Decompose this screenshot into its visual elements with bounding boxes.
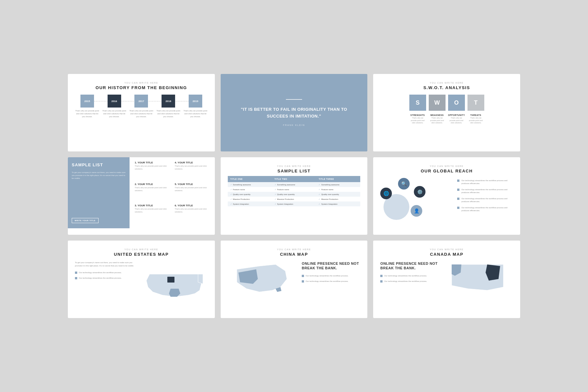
user-icon: 👤 (414, 208, 419, 213)
swot-box-w: W (429, 95, 446, 111)
table-cell: ✓Feature name (272, 187, 316, 192)
china-bullet-2: Our technology streamlines the workflow … (302, 280, 360, 283)
table-cell: ✓Feature name (228, 187, 272, 192)
canada-bullet-icon-2 (380, 280, 383, 283)
table-cell: ✓System Integration (228, 201, 272, 206)
swot-boxes: S W O T (380, 95, 513, 111)
list-item-2: 2. YOUR TITLE That's why we provide poin… (135, 183, 170, 201)
us-bullet-icon-1 (75, 272, 77, 274)
table-row: ✓Something awesome✓Something awesome✓Som… (228, 182, 361, 187)
icon-circle-gear: ⚙️ (414, 186, 425, 198)
timeline-text-3: That's why we provide point and click so… (156, 109, 181, 118)
slide-china-map: YOU CAN WRITE HERE CHINA MAP ONLINE PRES… (221, 241, 368, 318)
china-map-title: CHINA MAP (228, 252, 361, 257)
table-row: ✓Feature name✓Feature name✓Feature name (228, 187, 361, 192)
canada-map-content: ONLINE PRESENCE NEED NOT BREAK THE BANK.… (380, 261, 513, 303)
timeline-item-2: 2017 That's why we provide point and cli… (129, 95, 153, 118)
reach-text-3: Our technology streamlines the workflow … (461, 197, 513, 203)
slide-quote: "IT IS BETTER TO FAIL IN ORIGINALITY THA… (221, 74, 368, 151)
reach-bullet-3 (457, 198, 459, 200)
us-map-svg (143, 261, 208, 303)
table-cell: ✓Quality over quantity (228, 192, 272, 197)
canada-map-svg (448, 261, 507, 303)
table-cell: ✓Quality over quantity (316, 192, 360, 197)
slide-global-reach: YOU CAN WRITE HERE OUR GLOBAL REACH 🌐 🔍 … (373, 157, 520, 235)
timeline-box-0: 2015 (80, 95, 94, 108)
icon-cluster: 🌐 🔍 ⚙️ 👤 (380, 178, 425, 220)
list-item-1: 1. YOUR TITLE That's why we provide poin… (135, 161, 170, 179)
table-cell: ✓Feature name (316, 187, 360, 192)
table-cell: ✓Massive Production (272, 197, 316, 201)
us-bullet-2: Our technology streamlines the workflow … (75, 277, 139, 280)
table-cell: ✓Something awesome (316, 182, 360, 187)
swot-title: S.W.O.T. ANALYSIS (380, 85, 513, 90)
list-item-6: 6. YOUR TITLE That's why we provide poin… (175, 204, 210, 222)
table-cell: ✓Something awesome (228, 182, 272, 187)
us-map-title: UNITED ESTATES MAP (75, 252, 208, 257)
quote-line (286, 99, 302, 100)
search-icon: 🔍 (401, 181, 407, 186)
china-bullet-1: Our technology streamlines the workflow … (302, 274, 360, 277)
sidebar-title: SAMPLE LIST (72, 162, 126, 168)
canada-map-label: YOU CAN WRITE HERE (380, 248, 513, 251)
col-header-1: TITLE ONE (228, 176, 272, 182)
slide-canada-map: YOU CAN WRITE HERE CANADA MAP ONLINE PRE… (373, 241, 520, 318)
timeline-item-1: 2016 That's why we provide point and cli… (102, 95, 127, 118)
us-bullet-text-2: Our technology streamlines the workflow … (79, 277, 121, 280)
sidebar-button[interactable]: WRITE YOUR TITLE (72, 218, 99, 223)
china-map-left: ONLINE PRESENCE NEED NOT BREAK THE BANK.… (302, 261, 360, 285)
globe-icon: 🌐 (383, 191, 389, 196)
list-item-3: 3. YOUR TITLE That's why we provide poin… (135, 204, 170, 222)
slide-history-title: OUR HISTORY FROM THE BEGINNING (75, 85, 208, 90)
timeline-text-1: That's why we provide point and click so… (102, 109, 127, 118)
timeline-item-3: 2018 That's why we provide point and cli… (156, 95, 181, 118)
swot-box-t: T (467, 95, 484, 111)
reach-title: OUR GLOBAL REACH (380, 169, 513, 173)
slide-sample-list-left: SAMPLE LIST To get your company's name o… (68, 157, 215, 235)
table-header-row: TITLE ONE TITLE TWO TITLE THREE (228, 176, 361, 182)
reach-item-2: Our technology streamlines the workflow … (457, 188, 513, 194)
us-bullet-icon-2 (75, 277, 77, 279)
gear-icon: ⚙️ (417, 189, 423, 194)
us-map-content: To get your company's name out there, yo… (75, 261, 208, 303)
slide-history: YOU CAN WRITE HERE OUR HISTORY FROM THE … (68, 74, 215, 151)
reach-item-3: Our technology streamlines the workflow … (457, 197, 513, 203)
sample-table: TITLE ONE TITLE TWO TITLE THREE ✓Somethi… (228, 176, 361, 206)
table-cell: ✓Massive Production (228, 197, 272, 201)
china-map-svg (234, 261, 292, 300)
quote-author: FRANK KLEIN (283, 124, 305, 126)
canada-bullet-text-2: Our technology streamlines the workflow … (384, 280, 427, 283)
swot-col-s: STRENGHTS That's why we provide point an… (409, 114, 426, 124)
us-map-label: YOU CAN WRITE HERE (75, 248, 208, 251)
reach-label: YOU CAN WRITE HERE (380, 165, 513, 167)
us-map-left: To get your company's name out there, yo… (75, 261, 139, 282)
us-map-visual (143, 261, 208, 303)
table-row: ✓System Integration✓System Integration✓S… (228, 201, 361, 206)
reach-bullet-2 (457, 189, 459, 191)
canada-bullet-1: Our technology streamlines the workflow … (380, 274, 438, 277)
reach-content: 🌐 🔍 ⚙️ 👤 Our technology streaml (380, 178, 513, 220)
timeline-box-2: 2017 (134, 95, 148, 108)
china-map-content: ONLINE PRESENCE NEED NOT BREAK THE BANK.… (228, 261, 361, 300)
sidebar-content: SAMPLE LIST To get your company's name o… (72, 162, 126, 183)
swot-label: YOU CAN WRITE HERE (380, 82, 513, 84)
china-presence-title: ONLINE PRESENCE NEED NOT BREAK THE BANK. (302, 261, 360, 271)
timeline-text-2: That's why we provide point and click so… (129, 109, 153, 118)
swot-col-o: OPPORTUNITY That's why we provide point … (448, 114, 465, 124)
table-cell: ✓Massive Production (316, 197, 360, 201)
timeline-box-3: 2018 (162, 95, 175, 108)
col-header-3: TITLE THREE (316, 176, 360, 182)
canada-map-left: ONLINE PRESENCE NEED NOT BREAK THE BANK.… (380, 261, 438, 285)
table-title: SAMPLE LIST (228, 169, 361, 173)
list-content: 1. YOUR TITLE That's why we provide poin… (130, 157, 215, 228)
timeline-box-4: 2019 (189, 95, 202, 108)
timeline-text-0: That's why we provide point and click so… (75, 109, 100, 118)
svg-rect-0 (167, 277, 174, 283)
table-cell: ✓System Integration (272, 201, 316, 206)
china-bullet-text-2: Our technology streamlines the workflow … (306, 280, 348, 283)
col-header-2: TITLE TWO (272, 176, 316, 182)
china-bullet-icon-1 (302, 275, 304, 277)
timeline-text-4: That's why we provide point and click so… (183, 109, 208, 118)
globe-area: 🌐 🔍 ⚙️ 👤 (380, 178, 453, 220)
swot-col-w: WEAKNESS That's why we provide point and… (429, 114, 446, 124)
